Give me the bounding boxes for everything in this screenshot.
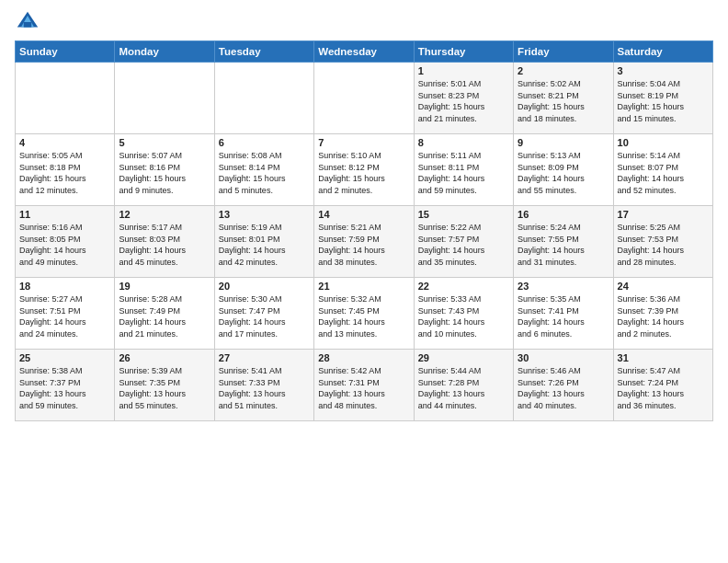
day-cell: 29Sunrise: 5:44 AM Sunset: 7:28 PM Dayli… — [414, 350, 513, 421]
day-info: Sunrise: 5:41 AM Sunset: 7:33 PM Dayligh… — [219, 365, 310, 411]
day-number: 21 — [318, 281, 409, 292]
day-cell: 24Sunrise: 5:36 AM Sunset: 7:39 PM Dayli… — [613, 278, 712, 350]
day-number: 12 — [119, 209, 210, 220]
col-header-thursday: Thursday — [414, 41, 513, 63]
day-info: Sunrise: 5:16 AM Sunset: 8:05 PM Dayligh… — [19, 222, 110, 268]
day-number: 1 — [418, 65, 509, 76]
col-header-saturday: Saturday — [613, 41, 712, 63]
day-number: 31 — [618, 352, 709, 363]
day-number: 18 — [19, 281, 110, 292]
calendar-table: SundayMondayTuesdayWednesdayThursdayFrid… — [15, 40, 713, 421]
day-cell: 30Sunrise: 5:46 AM Sunset: 7:26 PM Dayli… — [514, 350, 613, 421]
day-number: 4 — [19, 137, 110, 148]
day-info: Sunrise: 5:01 AM Sunset: 8:23 PM Dayligh… — [418, 78, 509, 124]
col-header-sunday: Sunday — [16, 41, 115, 63]
day-number: 30 — [518, 352, 609, 363]
logo-icon — [15, 9, 40, 35]
day-cell: 18Sunrise: 5:27 AM Sunset: 7:51 PM Dayli… — [16, 278, 115, 350]
day-number: 5 — [119, 137, 210, 148]
col-header-wednesday: Wednesday — [314, 41, 414, 63]
day-cell: 12Sunrise: 5:17 AM Sunset: 8:03 PM Dayli… — [115, 206, 214, 278]
day-number: 26 — [119, 352, 210, 363]
page: SundayMondayTuesdayWednesdayThursdayFrid… — [0, 0, 728, 563]
week-row-5: 25Sunrise: 5:38 AM Sunset: 7:37 PM Dayli… — [16, 350, 713, 421]
day-number: 14 — [318, 209, 409, 220]
day-info: Sunrise: 5:35 AM Sunset: 7:41 PM Dayligh… — [518, 293, 609, 339]
week-row-3: 11Sunrise: 5:16 AM Sunset: 8:05 PM Dayli… — [16, 206, 713, 278]
day-info: Sunrise: 5:11 AM Sunset: 8:11 PM Dayligh… — [418, 150, 509, 196]
col-header-monday: Monday — [115, 41, 214, 63]
header-row: SundayMondayTuesdayWednesdayThursdayFrid… — [16, 41, 713, 63]
day-cell: 10Sunrise: 5:14 AM Sunset: 8:07 PM Dayli… — [613, 134, 712, 206]
day-info: Sunrise: 5:32 AM Sunset: 7:45 PM Dayligh… — [318, 293, 409, 339]
col-header-friday: Friday — [514, 41, 613, 63]
col-header-tuesday: Tuesday — [214, 41, 313, 63]
day-cell: 23Sunrise: 5:35 AM Sunset: 7:41 PM Dayli… — [514, 278, 613, 350]
day-info: Sunrise: 5:13 AM Sunset: 8:09 PM Dayligh… — [518, 150, 609, 196]
logo — [15, 9, 44, 35]
day-info: Sunrise: 5:17 AM Sunset: 8:03 PM Dayligh… — [119, 222, 210, 268]
day-info: Sunrise: 5:46 AM Sunset: 7:26 PM Dayligh… — [518, 365, 609, 411]
day-number: 11 — [19, 209, 110, 220]
day-cell: 22Sunrise: 5:33 AM Sunset: 7:43 PM Dayli… — [414, 278, 513, 350]
day-info: Sunrise: 5:19 AM Sunset: 8:01 PM Dayligh… — [219, 222, 310, 268]
day-info: Sunrise: 5:27 AM Sunset: 7:51 PM Dayligh… — [19, 293, 110, 339]
day-info: Sunrise: 5:05 AM Sunset: 8:18 PM Dayligh… — [19, 150, 110, 196]
day-info: Sunrise: 5:24 AM Sunset: 7:55 PM Dayligh… — [518, 222, 609, 268]
day-info: Sunrise: 5:04 AM Sunset: 8:19 PM Dayligh… — [618, 78, 709, 124]
day-number: 19 — [119, 281, 210, 292]
day-info: Sunrise: 5:10 AM Sunset: 8:12 PM Dayligh… — [318, 150, 409, 196]
day-number: 15 — [418, 209, 509, 220]
day-info: Sunrise: 5:08 AM Sunset: 8:14 PM Dayligh… — [219, 150, 310, 196]
day-info: Sunrise: 5:21 AM Sunset: 7:59 PM Dayligh… — [318, 222, 409, 268]
day-info: Sunrise: 5:14 AM Sunset: 8:07 PM Dayligh… — [618, 150, 709, 196]
day-number: 13 — [219, 209, 310, 220]
day-cell: 27Sunrise: 5:41 AM Sunset: 7:33 PM Dayli… — [214, 350, 313, 421]
day-cell: 28Sunrise: 5:42 AM Sunset: 7:31 PM Dayli… — [314, 350, 414, 421]
day-cell — [115, 63, 214, 134]
day-cell: 25Sunrise: 5:38 AM Sunset: 7:37 PM Dayli… — [16, 350, 115, 421]
day-number: 9 — [518, 137, 609, 148]
day-number: 17 — [618, 209, 709, 220]
day-cell: 20Sunrise: 5:30 AM Sunset: 7:47 PM Dayli… — [214, 278, 313, 350]
week-row-1: 1Sunrise: 5:01 AM Sunset: 8:23 PM Daylig… — [16, 63, 713, 134]
day-number: 24 — [618, 281, 709, 292]
day-info: Sunrise: 5:42 AM Sunset: 7:31 PM Dayligh… — [318, 365, 409, 411]
day-cell: 13Sunrise: 5:19 AM Sunset: 8:01 PM Dayli… — [214, 206, 313, 278]
day-cell: 8Sunrise: 5:11 AM Sunset: 8:11 PM Daylig… — [414, 134, 513, 206]
day-cell: 4Sunrise: 5:05 AM Sunset: 8:18 PM Daylig… — [16, 134, 115, 206]
day-info: Sunrise: 5:28 AM Sunset: 7:49 PM Dayligh… — [119, 293, 210, 339]
day-info: Sunrise: 5:02 AM Sunset: 8:21 PM Dayligh… — [518, 78, 609, 124]
day-number: 16 — [518, 209, 609, 220]
header — [15, 9, 713, 35]
day-cell: 31Sunrise: 5:47 AM Sunset: 7:24 PM Dayli… — [613, 350, 712, 421]
day-number: 29 — [418, 352, 509, 363]
day-number: 20 — [219, 281, 310, 292]
day-cell: 16Sunrise: 5:24 AM Sunset: 7:55 PM Dayli… — [514, 206, 613, 278]
day-cell: 1Sunrise: 5:01 AM Sunset: 8:23 PM Daylig… — [414, 63, 513, 134]
day-number: 7 — [318, 137, 409, 148]
day-info: Sunrise: 5:39 AM Sunset: 7:35 PM Dayligh… — [119, 365, 210, 411]
day-number: 25 — [19, 352, 110, 363]
day-number: 28 — [318, 352, 409, 363]
day-info: Sunrise: 5:44 AM Sunset: 7:28 PM Dayligh… — [418, 365, 509, 411]
day-number: 6 — [219, 137, 310, 148]
day-cell: 11Sunrise: 5:16 AM Sunset: 8:05 PM Dayli… — [16, 206, 115, 278]
day-info: Sunrise: 5:22 AM Sunset: 7:57 PM Dayligh… — [418, 222, 509, 268]
svg-rect-2 — [24, 22, 31, 28]
day-number: 2 — [518, 65, 609, 76]
day-cell: 17Sunrise: 5:25 AM Sunset: 7:53 PM Dayli… — [613, 206, 712, 278]
day-number: 22 — [418, 281, 509, 292]
day-cell: 21Sunrise: 5:32 AM Sunset: 7:45 PM Dayli… — [314, 278, 414, 350]
day-cell: 14Sunrise: 5:21 AM Sunset: 7:59 PM Dayli… — [314, 206, 414, 278]
week-row-4: 18Sunrise: 5:27 AM Sunset: 7:51 PM Dayli… — [16, 278, 713, 350]
day-cell: 26Sunrise: 5:39 AM Sunset: 7:35 PM Dayli… — [115, 350, 214, 421]
day-cell: 2Sunrise: 5:02 AM Sunset: 8:21 PM Daylig… — [514, 63, 613, 134]
day-info: Sunrise: 5:47 AM Sunset: 7:24 PM Dayligh… — [618, 365, 709, 411]
day-info: Sunrise: 5:30 AM Sunset: 7:47 PM Dayligh… — [219, 293, 310, 339]
day-info: Sunrise: 5:38 AM Sunset: 7:37 PM Dayligh… — [19, 365, 110, 411]
day-cell: 9Sunrise: 5:13 AM Sunset: 8:09 PM Daylig… — [514, 134, 613, 206]
day-number: 3 — [618, 65, 709, 76]
day-info: Sunrise: 5:33 AM Sunset: 7:43 PM Dayligh… — [418, 293, 509, 339]
day-info: Sunrise: 5:36 AM Sunset: 7:39 PM Dayligh… — [618, 293, 709, 339]
